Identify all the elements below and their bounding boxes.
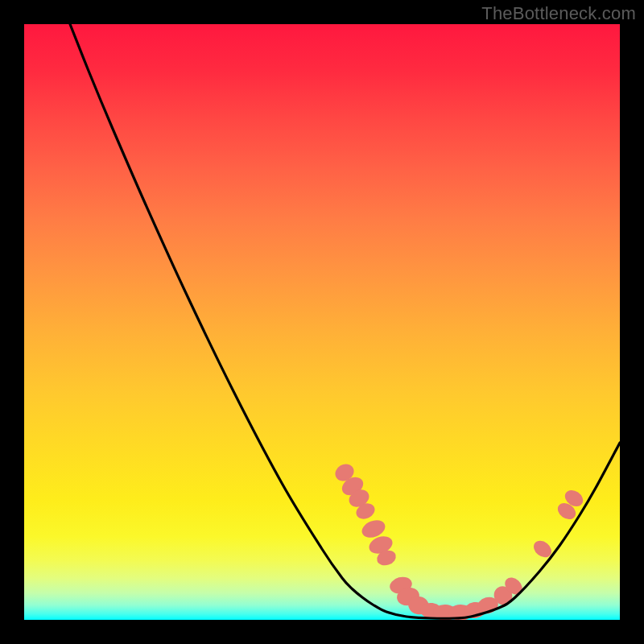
salmon-dot [339, 473, 366, 498]
bottleneck-curve [70, 24, 620, 618]
salmon-dot [359, 517, 387, 541]
salmon-dot [530, 538, 555, 561]
salmon-dot [490, 583, 516, 609]
salmon-dot [366, 533, 394, 556]
salmon-dot [353, 501, 377, 522]
salmon-dot [433, 604, 458, 620]
salmon-dot [555, 500, 579, 523]
watermark-text: TheBottleneck.com [481, 3, 636, 24]
chart-svg [24, 24, 620, 620]
salmon-dot [562, 487, 586, 510]
salmon-dot [448, 604, 473, 620]
salmon-dot [476, 595, 500, 616]
salmon-dot [419, 601, 444, 620]
salmon-dot [346, 486, 372, 510]
salmon-dot [332, 460, 357, 484]
salmon-dot [463, 601, 488, 620]
salmon-dot [388, 575, 414, 597]
salmon-dot [502, 574, 526, 598]
marker-group [332, 460, 586, 620]
salmon-dot [395, 585, 421, 607]
salmon-dot [407, 594, 431, 617]
chart-plot-area [24, 24, 620, 620]
salmon-dot [375, 548, 398, 568]
